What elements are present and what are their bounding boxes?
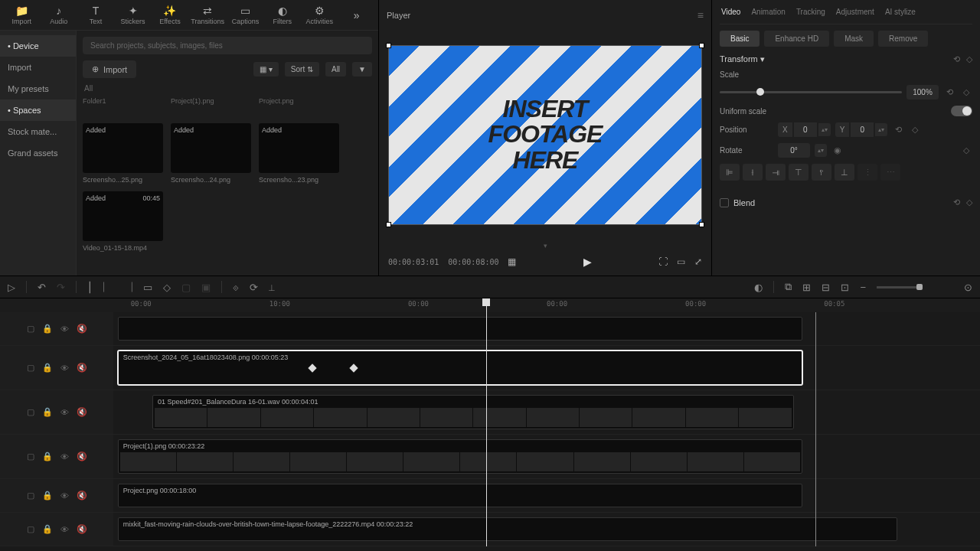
keyframe-icon[interactable]: ◇ — [909, 125, 921, 135]
subtab-enhance-hd[interactable]: Enhance HD — [764, 31, 829, 47]
zoom-slider[interactable] — [877, 286, 923, 289]
lock-icon[interactable]: 🔒 — [42, 407, 53, 417]
align-middle-button[interactable]: ⫯ — [812, 164, 831, 181]
tool-icon[interactable]: ⊡ — [841, 282, 849, 293]
track-header[interactable]: ▢ 🔒 👁 🔇 — [0, 390, 113, 434]
sidebar-item-import[interactable]: Import — [0, 57, 76, 78]
blend-checkbox[interactable] — [720, 198, 729, 207]
media-thumb[interactable]: Project.png — [259, 97, 339, 108]
align-left-button[interactable]: ⊫ — [720, 164, 740, 181]
track-lane[interactable]: 01 Speed#201_BalanceDura 16-01.wav 00:00… — [113, 390, 980, 434]
media-folder[interactable]: Folder1 — [83, 97, 163, 108]
resize-handle[interactable] — [699, 222, 704, 227]
mute-icon[interactable]: 🔇 — [77, 452, 87, 461]
tab-video[interactable]: Video — [720, 5, 742, 19]
keyframe-icon[interactable]: ◇ — [960, 145, 972, 155]
grid-icon[interactable]: ▦ — [508, 256, 516, 267]
delete-icon[interactable]: ▭ — [143, 282, 152, 293]
playhead[interactable] — [486, 298, 487, 312]
align-center-button[interactable]: ⫲ — [743, 164, 763, 181]
resize-handle[interactable] — [386, 222, 391, 227]
trim-right-icon[interactable]: ⎹ — [123, 281, 132, 293]
resize-handle[interactable] — [386, 43, 391, 48]
view-toggle[interactable]: ▦ ▾ — [253, 62, 279, 77]
filter-icon[interactable]: ▼ — [352, 62, 372, 77]
lock-icon[interactable]: 🔒 — [42, 452, 53, 461]
track-toggle-icon[interactable]: ▢ — [27, 491, 34, 500]
tab-tracking[interactable]: Tracking — [795, 5, 827, 19]
subtab-mask[interactable]: Mask — [834, 31, 874, 47]
timeline-clip[interactable]: Project(1).png 00:00:23:22 — [118, 439, 802, 474]
scale-slider[interactable] — [720, 91, 902, 93]
keyframe-icon[interactable]: ◇ — [966, 54, 972, 64]
lock-icon[interactable]: 🔒 — [42, 524, 53, 534]
media-thumb[interactable]: Added Screensho...23.png — [259, 123, 339, 184]
crop-icon[interactable]: ⟂ — [269, 282, 275, 293]
filter-all[interactable]: All — [325, 62, 346, 77]
track-lane[interactable] — [113, 312, 980, 345]
mute-icon[interactable]: 🔇 — [77, 363, 87, 373]
link-icon[interactable]: ⧉ — [785, 281, 792, 293]
toolbar-stickers[interactable]: ✦ Stickers — [117, 2, 148, 28]
track-header[interactable]: ▢ 🔒 👁 🔇 — [0, 479, 113, 512]
track-lane[interactable]: Screenshot_2024_05_16at18023408.png 00:0… — [113, 346, 980, 390]
track-header[interactable]: ▢ 🔒 👁 🔇 — [0, 435, 113, 478]
track-lane[interactable]: mixkit_fast-moving-rain-clouds-over-brit… — [113, 513, 980, 546]
tab-ai-stylize[interactable]: AI stylize — [884, 5, 917, 19]
sidebar-item-spaces[interactable]: • Spaces — [0, 99, 76, 121]
media-thumb[interactable]: Added 00:45 Video_01-15-18.mp4 — [83, 191, 163, 252]
lock-icon[interactable]: 🔒 — [42, 324, 53, 334]
keyframe-icon[interactable] — [309, 364, 317, 372]
track-header[interactable]: ▢ 🔒 👁 🔇 — [0, 513, 113, 546]
distribute-button[interactable]: ⋯ — [880, 164, 900, 181]
position-x-input[interactable]: X0▴▾ — [778, 122, 831, 137]
keyframe-icon[interactable]: ◇ — [960, 87, 972, 97]
timeline-clip[interactable] — [118, 317, 802, 341]
track-lane[interactable]: Project.png 00:00:18:00 — [113, 479, 980, 512]
track-header[interactable]: ▢ 🔒 👁 🔇 — [0, 312, 113, 345]
lock-icon[interactable]: 🔒 — [42, 363, 53, 373]
media-thumb[interactable]: Project(1).png — [171, 97, 251, 108]
keyframe-icon[interactable]: ◇ — [966, 197, 972, 207]
sidebar-item-device[interactable]: • Device — [0, 35, 76, 57]
redo-icon[interactable]: ↷ — [57, 282, 65, 293]
tool-icon[interactable]: ▣ — [201, 282, 211, 293]
sidebar-item-grand-assets[interactable]: Grand assets — [0, 142, 76, 164]
toolbar-more[interactable]: » — [341, 2, 372, 28]
scale-icon[interactable]: ⛶ — [658, 256, 668, 267]
toolbar-import[interactable]: 📁 Import — [6, 2, 37, 28]
toolbar-audio[interactable]: ♪ Audio — [43, 2, 74, 28]
reset-icon[interactable]: ⟲ — [953, 197, 960, 207]
timeline-clip[interactable]: mixkit_fast-moving-rain-clouds-over-brit… — [118, 517, 898, 541]
tab-animation[interactable]: Animation — [750, 5, 786, 19]
reset-icon[interactable]: ⟲ — [892, 125, 904, 135]
toolbar-transitions[interactable]: ⇄ Transitions — [191, 2, 224, 28]
toolbar-captions[interactable]: ▭ Captions — [230, 2, 260, 28]
preview-viewport[interactable]: INSERT FOOTAGE HERE — [388, 45, 702, 225]
split-icon[interactable]: ⎮ — [87, 282, 93, 293]
playhead-line[interactable] — [486, 312, 487, 546]
visibility-icon[interactable]: 👁 — [60, 364, 69, 373]
rotate-value[interactable]: 0° — [778, 143, 810, 158]
keyframe-icon[interactable] — [349, 364, 358, 372]
visibility-icon[interactable]: 👁 — [60, 408, 69, 417]
marker-line[interactable] — [815, 312, 816, 546]
track-toggle-icon[interactable]: ▢ — [27, 452, 34, 461]
visibility-icon[interactable]: 👁 — [60, 491, 69, 500]
subtab-basic[interactable]: Basic — [720, 31, 760, 47]
align-top-button[interactable]: ⊤ — [789, 164, 808, 181]
sidebar-item-stock-mate-[interactable]: Stock mate... — [0, 121, 76, 142]
zoom-in-icon[interactable]: ⊙ — [964, 282, 972, 293]
track-header[interactable]: ▢ 🔒 👁 🔇 — [0, 346, 113, 390]
search-input[interactable]: Search projects, subjects, images, files — [83, 37, 372, 54]
timeline-clip[interactable]: Project.png 00:00:18:00 — [118, 484, 802, 507]
media-thumb[interactable]: Added Screensho...24.png — [171, 123, 251, 184]
lock-icon[interactable]: 🔒 — [42, 491, 53, 500]
toolbar-activities[interactable]: ⚙ Activities — [304, 2, 335, 28]
track-lane[interactable]: Project(1).png 00:00:23:22 — [113, 435, 980, 478]
mute-icon[interactable]: 🔇 — [77, 491, 87, 500]
tool-icon[interactable]: ⊟ — [822, 282, 830, 293]
tab-adjustment[interactable]: Adjustment — [835, 5, 876, 19]
position-y-input[interactable]: Y0▴▾ — [835, 122, 888, 137]
track-toggle-icon[interactable]: ▢ — [27, 524, 34, 534]
